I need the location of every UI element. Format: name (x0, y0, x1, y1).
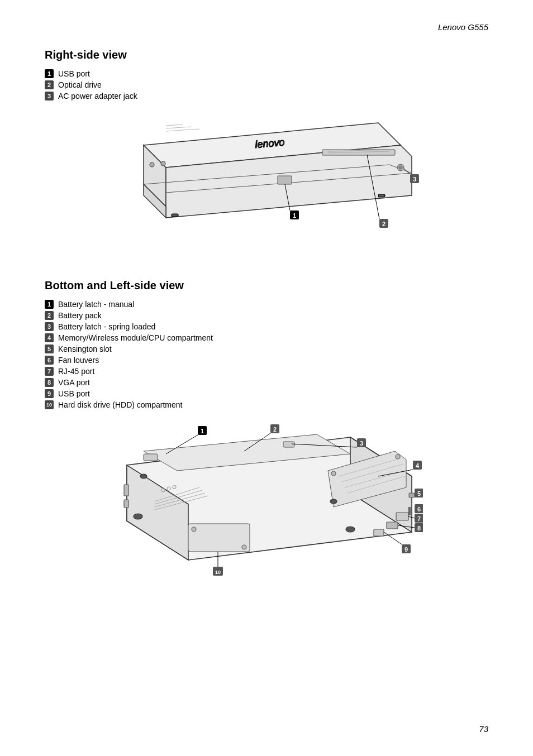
svg-rect-11 (378, 194, 385, 197)
svg-text:9: 9 (404, 546, 408, 553)
diagram-badge-6b: 6 (415, 504, 423, 513)
item-label: USB port (58, 389, 90, 398)
diagram-badge-2b: 2 (270, 424, 279, 433)
list-item: 7 RJ-45 port (45, 367, 488, 376)
list-item: 6 Fan louvers (45, 356, 488, 365)
svg-rect-35 (396, 513, 408, 520)
badge-1: 1 (45, 69, 54, 78)
badge-3b: 3 (45, 322, 54, 331)
page-number: 73 (479, 724, 488, 734)
svg-rect-24 (283, 442, 294, 447)
svg-point-26 (396, 454, 400, 459)
svg-text:6: 6 (417, 506, 421, 513)
svg-point-43 (134, 514, 142, 519)
badge-4b: 4 (45, 333, 54, 342)
badge-2: 2 (45, 80, 54, 89)
list-item: 5 Kensington slot (45, 344, 488, 353)
svg-rect-38 (188, 524, 250, 552)
item-label: USB port (58, 69, 90, 78)
svg-text:3: 3 (413, 176, 416, 183)
svg-text:3: 3 (360, 440, 363, 447)
badge-10b: 10 (45, 400, 54, 409)
diagram-badge-1b: 1 (198, 426, 207, 435)
right-side-title: Right-side view (45, 49, 488, 61)
item-label: VGA port (58, 378, 90, 387)
svg-rect-31 (409, 493, 415, 497)
svg-rect-36 (387, 522, 398, 529)
badge-5b: 5 (45, 344, 54, 353)
list-item: 4 Memory/Wireless module/CPU compartment (45, 333, 488, 342)
item-label: Memory/Wireless module/CPU compartment (58, 333, 213, 342)
svg-text:5: 5 (417, 490, 421, 497)
svg-rect-10 (172, 214, 178, 217)
badge-8b: 8 (45, 378, 54, 387)
badge-9b: 9 (45, 389, 54, 398)
svg-text:2: 2 (273, 426, 277, 433)
svg-point-46 (330, 499, 337, 504)
diagram-badge-8b: 8 (415, 523, 423, 532)
item-label: Kensington slot (58, 344, 112, 353)
right-side-section: Right-side view 1 USB port 2 Optical dri… (45, 49, 488, 257)
diagram-badge-3b: 3 (357, 438, 366, 447)
svg-text:1: 1 (201, 428, 204, 434)
list-item: 2 Optical drive (45, 80, 488, 89)
item-label: Fan louvers (58, 356, 99, 365)
item-label: RJ-45 port (58, 367, 94, 376)
right-side-diagram: lenovo 1 2 (45, 112, 488, 257)
svg-point-13 (161, 161, 165, 166)
list-item: 10 Hard disk drive (HDD) compartment (45, 400, 488, 409)
diagram-badge-4b: 4 (413, 461, 422, 470)
badge-6b: 6 (45, 356, 54, 365)
svg-text:7: 7 (417, 515, 421, 522)
svg-rect-6 (278, 176, 292, 184)
bottom-left-section: Bottom and Left-side view 1 Battery latc… (45, 279, 488, 594)
badge-3: 3 (45, 92, 54, 101)
badge-2b: 2 (45, 311, 54, 320)
svg-point-39 (192, 527, 196, 532)
bottom-diagram: 1 2 3 4 (45, 420, 488, 594)
svg-rect-42 (124, 500, 129, 508)
diagram-badge-10b: 10 (213, 567, 223, 576)
svg-line-1 (166, 127, 191, 128)
list-item: 2 Battery pack (45, 311, 488, 320)
item-label: AC power adapter jack (58, 92, 137, 101)
svg-rect-41 (124, 485, 129, 496)
svg-point-45 (140, 474, 147, 479)
item-label: Battery pack (58, 311, 102, 320)
svg-point-25 (331, 471, 336, 476)
item-label: Battery latch - spring loaded (58, 322, 155, 331)
item-label: Hard disk drive (HDD) compartment (58, 400, 183, 409)
svg-text:2: 2 (382, 221, 386, 227)
list-item: 9 USB port (45, 389, 488, 398)
right-side-list: 1 USB port 2 Optical drive 3 AC power ad… (45, 69, 488, 101)
diagram-badge-9b: 9 (402, 544, 411, 553)
diagram-badge-3: 3 (410, 174, 419, 183)
diagram-badge-2: 2 (379, 219, 388, 228)
list-item: 1 Battery latch - manual (45, 300, 488, 309)
page: Lenovo G555 Right-side view 1 USB port 2… (0, 0, 533, 756)
list-item: 8 VGA port (45, 378, 488, 387)
diagram-badge-7b: 7 (415, 514, 423, 523)
svg-rect-23 (144, 454, 158, 461)
svg-line-2 (166, 129, 199, 131)
page-header-title: Lenovo G555 (45, 22, 488, 32)
list-item: 3 Battery latch - spring loaded (45, 322, 488, 331)
svg-point-40 (242, 545, 246, 549)
svg-text:1: 1 (293, 212, 296, 219)
bottom-left-title: Bottom and Left-side view (45, 279, 488, 292)
svg-line-0 (166, 125, 183, 126)
svg-rect-37 (374, 529, 384, 536)
diagram-badge-1: 1 (290, 210, 299, 219)
diagram-badge-5b: 5 (415, 489, 423, 497)
svg-text:4: 4 (416, 462, 420, 469)
badge-7b: 7 (45, 367, 54, 376)
list-item: 1 USB port (45, 69, 488, 78)
list-item: 3 AC power adapter jack (45, 92, 488, 101)
svg-point-12 (150, 162, 154, 167)
item-label: Battery latch - manual (58, 300, 134, 309)
svg-point-44 (346, 527, 355, 532)
svg-text:8: 8 (417, 525, 421, 532)
item-label: Optical drive (58, 80, 102, 89)
svg-text:10: 10 (215, 570, 221, 575)
badge-1b: 1 (45, 300, 54, 309)
